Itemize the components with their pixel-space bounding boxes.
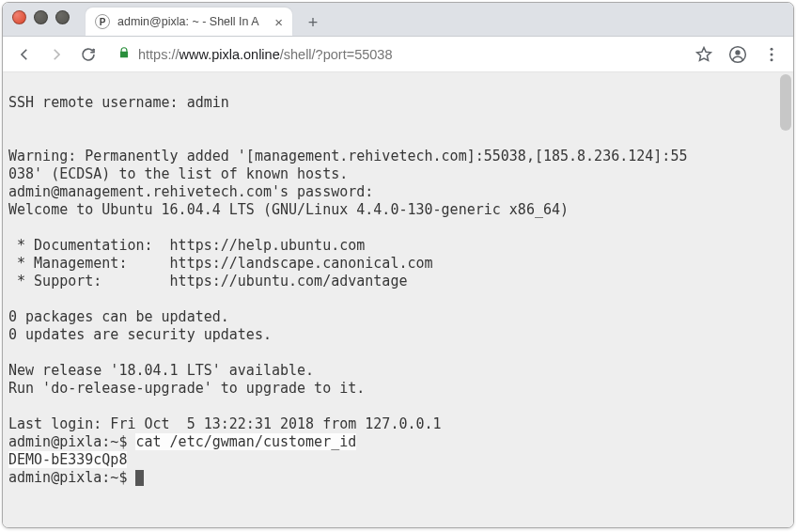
forward-button[interactable] xyxy=(42,40,70,69)
window-controls xyxy=(12,10,77,24)
bookmark-star-icon[interactable] xyxy=(690,40,718,69)
url-path: /shell/?port=55038 xyxy=(280,47,393,62)
terminal-command: cat /etc/gwman/customer_id xyxy=(135,433,356,450)
terminal-line: Last login: Fri Oct 5 13:22:31 2018 from… xyxy=(8,415,442,432)
lock-icon xyxy=(117,46,131,62)
svg-point-2 xyxy=(771,47,773,50)
terminal-line: 038' (ECDSA) to the list of known hosts. xyxy=(8,165,348,182)
terminal-line: * Documentation: https://help.ubuntu.com xyxy=(8,237,365,254)
tab-favicon-icon: P xyxy=(95,14,110,29)
browser-tab[interactable]: P admin@pixla: ~ - Shell In A × xyxy=(86,8,292,36)
terminal-line: 0 updates are security updates. xyxy=(8,326,272,343)
address-bar[interactable]: https://www.pixla.online/shell/?port=550… xyxy=(106,40,686,69)
window-maximize-button[interactable] xyxy=(55,10,70,24)
terminal-line: New release '18.04.1 LTS' available. xyxy=(8,362,314,379)
url-scheme: https:// xyxy=(138,47,179,62)
terminal-prompt: admin@pixla:~$ xyxy=(8,433,135,450)
browser-toolbar: https://www.pixla.online/shell/?port=550… xyxy=(3,37,793,72)
terminal-line: 0 packages can be updated. xyxy=(8,308,229,325)
tab-close-icon[interactable]: × xyxy=(274,14,283,30)
svg-point-4 xyxy=(771,58,773,61)
terminal-prompt: admin@pixla:~$ xyxy=(8,469,135,486)
terminal-output-line: DEMO-bE339cQp8 xyxy=(8,451,127,468)
reload-button[interactable] xyxy=(74,40,102,69)
window-close-button[interactable] xyxy=(12,10,26,24)
svg-point-3 xyxy=(771,53,773,55)
svg-point-1 xyxy=(735,50,740,55)
back-button[interactable] xyxy=(10,40,39,69)
scrollbar-thumb[interactable] xyxy=(780,74,791,131)
tab-title: admin@pixla: ~ - Shell In A xyxy=(117,15,269,28)
url-host: www.pixla.online xyxy=(179,47,280,62)
terminal-line: SSH remote username: admin xyxy=(8,94,229,111)
tab-strip: P admin@pixla: ~ - Shell In A × + xyxy=(3,3,793,37)
browser-window: P admin@pixla: ~ - Shell In A × + https:… xyxy=(2,2,794,528)
profile-avatar-icon[interactable] xyxy=(724,40,752,69)
menu-kebab-icon[interactable] xyxy=(757,40,786,69)
terminal-cursor xyxy=(135,470,144,486)
terminal-output[interactable]: SSH remote username: admin Warning: Perm… xyxy=(3,72,793,527)
terminal-line: * Support: https://ubuntu.com/advantage xyxy=(8,273,407,289)
terminal-line: Run 'do-release-upgrade' to upgrade to i… xyxy=(8,380,365,397)
window-minimize-button[interactable] xyxy=(34,10,48,24)
terminal-line: Warning: Permanently added '[management.… xyxy=(8,148,687,164)
terminal-line: Welcome to Ubuntu 16.04.4 LTS (GNU/Linux… xyxy=(8,201,569,218)
terminal-line: * Management: https://landscape.canonica… xyxy=(8,255,433,272)
new-tab-button[interactable]: + xyxy=(300,9,326,36)
terminal-line: admin@management.rehivetech.com's passwo… xyxy=(8,183,373,200)
